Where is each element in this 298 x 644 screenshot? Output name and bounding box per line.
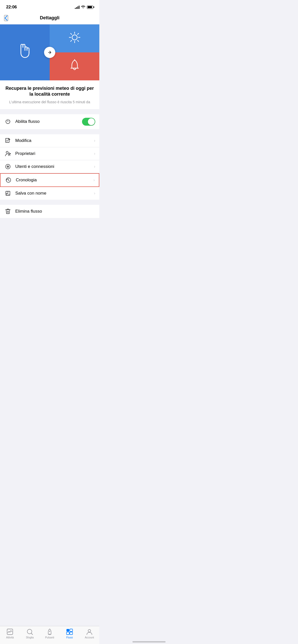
enable-section: Abilita flusso <box>0 114 99 129</box>
proprietari-icon <box>4 151 12 156</box>
enable-flow-label: Abilita flusso <box>15 119 82 124</box>
battery-icon <box>87 6 93 9</box>
last-run-text: L'ultima esecuzione del flusso è riuscit… <box>4 100 95 104</box>
svg-point-14 <box>8 153 10 155</box>
utenti-label: Utenti e connessioni <box>15 164 94 169</box>
modifica-label: Modifica <box>15 138 94 143</box>
menu-section: Modifica › Proprietari › <box>0 134 99 200</box>
salva-label: Salva con nome <box>15 191 94 196</box>
svg-line-7 <box>77 33 78 34</box>
svg-point-18 <box>8 166 8 167</box>
status-time: 22:06 <box>6 5 17 10</box>
elimina-row[interactable]: Elimina flusso <box>0 205 99 218</box>
edit-icon <box>4 138 12 143</box>
cronologia-label: Cronologia <box>16 178 93 183</box>
enable-flow-row[interactable]: Abilita flusso <box>0 114 99 129</box>
sun-icon <box>68 31 81 46</box>
salva-chevron: › <box>94 191 95 196</box>
flow-title: Recupera le previsioni meteo di oggi per… <box>4 85 95 97</box>
arrow-circle-button[interactable] <box>44 47 55 58</box>
svg-point-0 <box>72 35 77 40</box>
proprietari-chevron: › <box>94 151 95 156</box>
hand-touch-icon <box>17 43 33 62</box>
salva-icon <box>4 191 12 196</box>
proprietari-label: Proprietari <box>15 151 94 156</box>
utenti-row[interactable]: Utenti e connessioni › <box>0 160 99 173</box>
description-section: Recupera le previsioni meteo di oggi per… <box>0 80 99 109</box>
power-icon <box>4 119 12 124</box>
delete-section: Elimina flusso <box>0 205 99 218</box>
hero-top-right-panel <box>50 24 99 52</box>
section-gap-4 <box>0 218 99 221</box>
svg-point-13 <box>6 151 8 153</box>
svg-rect-20 <box>6 191 8 194</box>
enable-flow-toggle[interactable] <box>82 118 95 126</box>
svg-line-5 <box>71 33 72 34</box>
modifica-chevron: › <box>94 138 95 143</box>
utenti-icon <box>4 164 12 169</box>
page-title: Dettaggli <box>40 15 59 21</box>
cronologia-icon <box>5 177 12 183</box>
bell-icon <box>69 59 80 74</box>
nav-header: Dettaggli <box>0 13 99 24</box>
modifica-row[interactable]: Modifica › <box>0 134 99 147</box>
status-bar: 22:06 <box>0 0 99 13</box>
svg-line-8 <box>71 40 72 41</box>
back-button[interactable] <box>4 15 8 21</box>
main-content: Recupera le previsioni meteo di oggi per… <box>0 24 99 243</box>
cronologia-row[interactable]: Cronologia › <box>0 173 99 187</box>
proprietari-row[interactable]: Proprietari › <box>0 147 99 160</box>
svg-line-6 <box>77 40 78 41</box>
elimina-icon <box>4 208 12 214</box>
signal-bars-icon <box>75 5 79 9</box>
hero-bottom-right-panel <box>50 52 99 80</box>
section-gap-2 <box>0 129 99 132</box>
hero-left-panel <box>0 24 50 80</box>
section-gap-3 <box>0 200 99 202</box>
salva-row[interactable]: Salva con nome › <box>0 187 99 200</box>
elimina-label: Elimina flusso <box>15 209 95 214</box>
section-gap-1 <box>0 109 99 112</box>
hero-banner <box>0 24 99 80</box>
status-icons <box>75 5 93 9</box>
utenti-chevron: › <box>94 164 95 169</box>
wifi-icon <box>81 5 85 9</box>
cronologia-chevron: › <box>93 178 95 182</box>
